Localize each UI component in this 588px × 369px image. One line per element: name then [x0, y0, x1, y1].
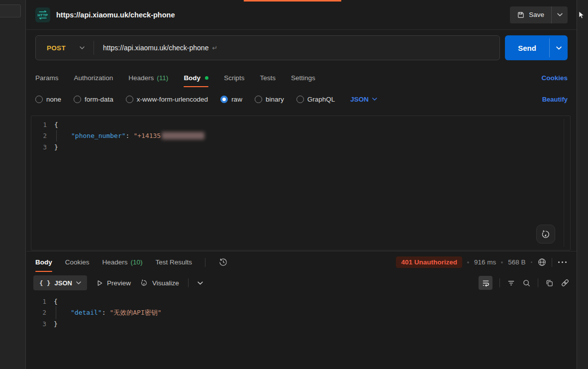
tab-headers[interactable]: Headers(11) [128, 67, 168, 88]
tab-settings[interactable]: Settings [291, 67, 315, 88]
send-split-button: Send [505, 35, 568, 60]
save-button[interactable]: Save [510, 6, 551, 23]
json-key: "detail" [71, 309, 102, 316]
bodytype-raw[interactable]: raw [220, 96, 242, 103]
bodytype-none[interactable]: none [35, 96, 61, 103]
method-chevron-icon[interactable] [80, 46, 85, 49]
method-selector[interactable]: POST [36, 44, 66, 52]
chevron-down-icon [372, 98, 377, 101]
wrap-text-button[interactable] [479, 276, 492, 290]
code-line: 1 { [31, 119, 570, 130]
response-tab-cookies[interactable]: Cookies [65, 252, 90, 273]
link-button[interactable] [561, 278, 570, 287]
line-number: 2 [26, 309, 54, 316]
response-size[interactable]: 568 B [508, 258, 525, 266]
request-body-editor[interactable]: 1 { 2 "phone_number":"+14135 3 } [31, 116, 571, 250]
right-sidebar [577, 0, 588, 369]
visualize-button[interactable]: Visualize [140, 278, 179, 287]
divider [205, 258, 205, 267]
http-request-icon: HTTP [35, 7, 50, 22]
code-line: 2 "phone_number":"+14135 [31, 130, 570, 142]
return-icon: ↵ [212, 44, 217, 52]
code-line: 1 { [26, 296, 577, 307]
request-title-bar: HTTP https://api.xiaomu.uk/check-phone S… [26, 0, 577, 30]
response-toolbar: { } JSON Preview [26, 273, 577, 293]
response-headers-count-badge: (10) [131, 258, 143, 266]
divider [552, 258, 552, 267]
code-line: 3 } [26, 318, 577, 330]
collapse-chevron-icon[interactable] [197, 281, 203, 285]
line-number: 1 [26, 298, 54, 305]
divider [188, 278, 189, 287]
json-key: "phone_number" [71, 132, 126, 139]
sidebar-top-box[interactable] [0, 4, 21, 17]
response-tab-body[interactable]: Body [35, 252, 52, 273]
bodytype-binary[interactable]: binary [255, 96, 284, 103]
radio-icon [296, 96, 304, 103]
search-button[interactable] [522, 279, 531, 287]
more-options-icon [557, 261, 568, 263]
json-value: "无效的API密钥" [109, 308, 161, 317]
tab-authorization[interactable]: Authorization [74, 67, 113, 88]
filter-button[interactable] [507, 279, 515, 287]
bodytype-x-www-form-urlencoded[interactable]: x-www-form-urlencoded [126, 96, 208, 103]
chevron-down-icon [557, 13, 563, 16]
bodytype-graphql[interactable]: GraphQL [296, 96, 335, 103]
raw-format-select[interactable]: JSON [350, 96, 377, 103]
separator-dot [501, 261, 503, 263]
code-line: 2 "detail":"无效的API密钥" [26, 307, 577, 319]
copy-icon [545, 279, 554, 287]
body-type-row: none form-data x-www-form-urlencoded raw… [26, 88, 577, 110]
preview-icon [96, 279, 103, 287]
postbot-button[interactable] [536, 225, 555, 244]
radio-icon [126, 96, 133, 103]
separator-dot [531, 261, 532, 263]
response-time[interactable]: 916 ms [474, 258, 496, 266]
active-tab-indicator [244, 0, 341, 1]
save-icon [517, 11, 525, 19]
send-button[interactable]: Send [505, 35, 549, 60]
divider [538, 278, 538, 287]
code-line: 3 } [31, 141, 570, 153]
response-meta: 401 Unauthorized 916 ms 568 B [396, 256, 568, 268]
visualize-icon [140, 278, 149, 287]
tab-tests[interactable]: Tests [260, 67, 276, 88]
response-tab-test-results[interactable]: Test Results [156, 252, 193, 273]
radio-icon [255, 96, 262, 103]
response-history-button[interactable] [218, 257, 228, 267]
line-number: 2 [31, 132, 54, 139]
beautify-link[interactable]: Beautify [542, 96, 568, 103]
http-icon: HTTP [37, 9, 49, 21]
separator-dot [467, 261, 469, 263]
response-tab-headers[interactable]: Headers(10) [102, 252, 143, 273]
response-more-options-button[interactable] [557, 261, 568, 263]
send-options-button[interactable] [550, 35, 568, 60]
cookies-link[interactable]: Cookies [541, 74, 568, 82]
copy-button[interactable] [545, 279, 554, 287]
status-badge[interactable]: 401 Unauthorized [396, 256, 462, 268]
response-tabs: Body Cookies Headers(10) Test Results 40… [26, 251, 577, 273]
line-number: 1 [31, 121, 54, 128]
preview-button[interactable]: Preview [96, 279, 131, 287]
response-body-viewer[interactable]: 1 { 2 "detail":"无效的API密钥" 3 } [26, 296, 577, 330]
url-input[interactable]: https://api.xiaomu.uk/check-phone [103, 44, 208, 52]
tab-scripts[interactable]: Scripts [224, 67, 244, 88]
tab-body[interactable]: Body [184, 67, 208, 88]
postbot-icon [541, 229, 551, 240]
request-tabs: Params Authorization Headers(11) Body Sc… [26, 67, 577, 88]
divider [499, 278, 500, 287]
save-split-button: Save [510, 6, 568, 23]
radio-icon [35, 96, 43, 103]
tab-params[interactable]: Params [35, 67, 59, 88]
braces-icon: { } [39, 279, 51, 287]
left-sidebar [0, 0, 26, 369]
response-format-select[interactable]: { } JSON [33, 275, 87, 290]
response-panel: Body Cookies Headers(10) Test Results 40… [26, 251, 577, 369]
bodytype-form-data[interactable]: form-data [74, 96, 113, 103]
headers-count-badge: (11) [157, 74, 168, 82]
svg-text:HTTP: HTTP [38, 13, 49, 17]
network-info-button[interactable] [537, 257, 547, 267]
save-options-button[interactable] [552, 6, 568, 23]
line-number: 3 [31, 143, 54, 151]
body-modified-dot [205, 76, 208, 80]
